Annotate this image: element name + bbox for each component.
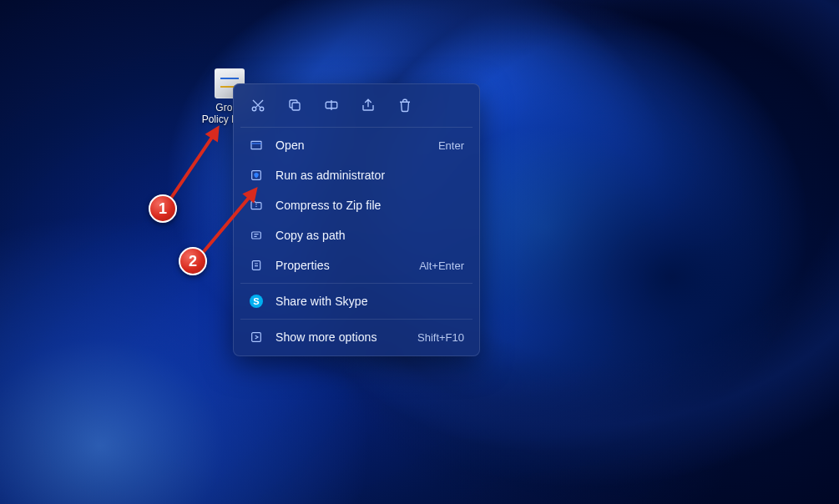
cut-icon	[250, 98, 265, 113]
menu-item-label: Run as administrator	[275, 169, 452, 182]
context-menu-actions-row	[239, 89, 474, 124]
menu-separator	[240, 283, 473, 284]
menu-item-label: Open	[275, 139, 427, 152]
svg-rect-6	[252, 232, 261, 239]
delete-button[interactable]	[389, 91, 421, 119]
menu-item-accel: Shift+F10	[417, 331, 464, 344]
app-window-icon	[249, 138, 264, 153]
menu-run-as-administrator[interactable]: Run as administrator	[239, 160, 474, 190]
delete-icon	[397, 98, 412, 113]
menu-item-accel: Enter	[438, 139, 464, 152]
menu-share-skype[interactable]: S Share with Skype	[239, 286, 474, 316]
properties-icon	[249, 258, 264, 273]
menu-item-label: Show more options	[275, 330, 406, 344]
svg-rect-2	[292, 103, 300, 110]
menu-show-more-options[interactable]: Show more options Shift+F10	[239, 322, 474, 352]
menu-separator	[240, 319, 473, 320]
shield-icon	[249, 168, 264, 183]
annotation-badge-1: 1	[149, 194, 177, 223]
context-menu: Open Enter Run as administrator Compress…	[233, 83, 480, 356]
cut-button[interactable]	[242, 91, 274, 119]
menu-open[interactable]: Open Enter	[239, 130, 474, 160]
menu-properties[interactable]: Properties Alt+Enter	[239, 250, 474, 280]
menu-copy-as-path[interactable]: Copy as path	[239, 220, 474, 250]
share-icon	[361, 98, 376, 113]
menu-item-label: Copy as path	[275, 229, 452, 242]
menu-item-label: Compress to Zip file	[275, 199, 452, 212]
expand-icon	[249, 330, 264, 345]
copy-icon	[287, 98, 302, 113]
svg-point-0	[252, 107, 256, 111]
svg-point-1	[260, 107, 264, 111]
svg-rect-4	[251, 141, 261, 149]
rename-button[interactable]	[316, 91, 347, 119]
menu-separator	[240, 127, 473, 128]
menu-compress-zip[interactable]: Compress to Zip file	[239, 190, 474, 220]
rename-icon	[324, 98, 339, 113]
copy-path-icon	[249, 228, 264, 243]
svg-rect-7	[252, 261, 260, 270]
skype-icon: S	[249, 294, 264, 309]
copy-button[interactable]	[279, 91, 311, 119]
menu-item-label: Properties	[275, 259, 407, 272]
menu-item-accel: Alt+Enter	[419, 260, 464, 272]
annotation-badge-2: 2	[179, 247, 207, 275]
menu-item-label: Share with Skype	[275, 295, 452, 308]
svg-rect-8	[252, 333, 261, 342]
share-button[interactable]	[352, 91, 384, 119]
